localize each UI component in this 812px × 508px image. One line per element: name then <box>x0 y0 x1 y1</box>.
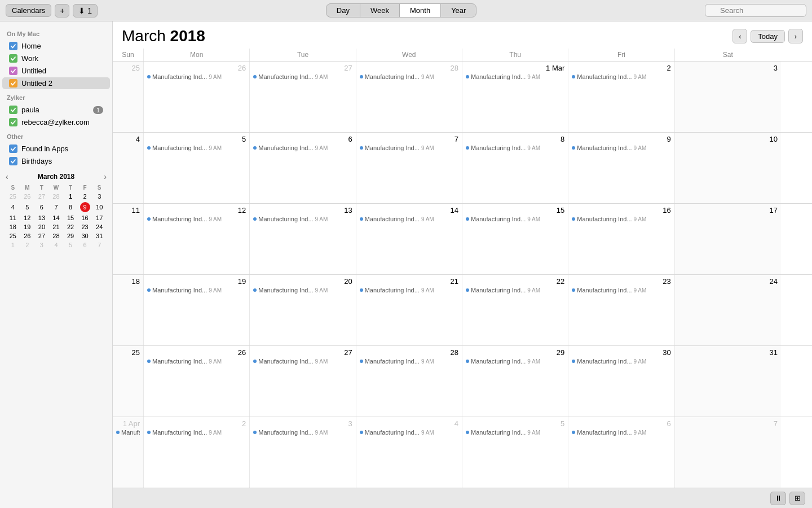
cal-cell-mar14[interactable]: 14Manufacturing Ind...9 AM <box>356 204 462 274</box>
cal-cell-mar13[interactable]: 13Manufacturing Ind...9 AM <box>250 204 356 274</box>
mini-day[interactable]: 27 <box>34 192 49 201</box>
mini-day[interactable]: 26 <box>20 192 35 201</box>
mini-day[interactable]: 28 <box>49 231 64 240</box>
event[interactable]: Manufacturing Ind...9 AM <box>466 287 564 294</box>
mini-day[interactable]: 18 <box>6 222 20 231</box>
cal-cell-apr5[interactable]: 5Manufacturing Ind...9 AM <box>462 417 568 488</box>
mini-day[interactable]: 14 <box>49 213 64 222</box>
mini-cal-next[interactable]: › <box>104 172 107 181</box>
event[interactable]: Manufacturing Ind...9 AM <box>466 73 564 80</box>
mini-day[interactable]: 24 <box>92 222 107 231</box>
cal-cell-mar31[interactable]: 31 <box>675 346 781 417</box>
cal-cell-apr6[interactable]: 6Manufacturing Ind...9 AM <box>568 417 674 488</box>
cal-cell-mar22[interactable]: 22Manufacturing Ind...9 AM <box>462 275 568 345</box>
cal-cell-mar8[interactable]: 8Manufacturing Ind...9 AM <box>462 133 568 203</box>
cal-cell-apr3[interactable]: 3Manufacturing Ind...9 AM <box>250 417 356 488</box>
cal-cell-mar12[interactable]: 12Manufacturing Ind...9 AM <box>144 204 250 274</box>
add-calendar-button[interactable]: + <box>55 4 69 17</box>
cal-cell-mar26[interactable]: 26Manufacturing Ind...9 AM <box>144 346 250 417</box>
cal-cell-mar2[interactable]: 2Manufacturing Ind...9 AM <box>568 62 674 132</box>
mini-day[interactable]: 2 <box>78 192 92 201</box>
mini-day[interactable]: 25 <box>6 231 20 240</box>
event[interactable]: Manufacturing Ind...9 AM <box>572 144 670 151</box>
event[interactable]: Manufacturing Ind...9 AM <box>572 358 670 365</box>
event[interactable]: Manufacturing Ind...9 AM <box>147 429 246 436</box>
mini-day[interactable]: 16 <box>78 213 92 222</box>
sidebar-item-found-apps[interactable]: Found in Apps <box>2 143 110 155</box>
mini-day[interactable]: 31 <box>92 231 107 240</box>
cal-cell-feb26[interactable]: 26Manufacturing Ind...9 AM <box>144 62 250 132</box>
event[interactable]: Manufacturing Ind...9 AM <box>360 144 458 151</box>
day-view-button[interactable]: Day <box>326 4 360 17</box>
cal-cell-apr7[interactable]: 7 <box>675 417 781 488</box>
cal-cell-mar29[interactable]: 29Manufacturing Ind...9 AM <box>462 346 568 417</box>
cal-cell-mar27[interactable]: 27Manufacturing Ind...9 AM <box>250 346 356 417</box>
event[interactable]: Manufacturing Ind...9 AM <box>360 429 458 436</box>
cal-cell-mar18[interactable]: 18 <box>113 275 144 345</box>
event[interactable]: Manufacturing Ind...9 AM <box>147 73 246 80</box>
mini-day[interactable]: 6 <box>34 201 49 213</box>
cal-cell-mar9-today[interactable]: 9Manufacturing Ind...9 AM <box>568 133 674 203</box>
mini-day[interactable]: 26 <box>20 231 35 240</box>
event[interactable]: Manufacturing Ind...9 AM <box>147 144 246 151</box>
mini-day[interactable]: 6 <box>78 240 92 249</box>
mini-day[interactable]: 7 <box>92 240 107 249</box>
event[interactable]: Manufacturing Ind...9 AM <box>253 287 352 294</box>
calendars-button[interactable]: Calendars <box>6 4 51 17</box>
cal-cell-mar28[interactable]: 28Manufacturing Ind...9 AM <box>356 346 462 417</box>
mini-day[interactable]: 3 <box>34 240 49 249</box>
sidebar-item-rebecca[interactable]: rebecca@zylker.com <box>2 116 110 128</box>
sidebar-item-paula[interactable]: paula 1 <box>2 104 110 116</box>
mini-day[interactable]: 10 <box>92 201 107 213</box>
mini-day[interactable]: 3 <box>92 192 107 201</box>
cal-cell-feb25[interactable]: 25 <box>113 62 144 132</box>
mini-day[interactable]: 1 <box>63 192 78 201</box>
week-view-button[interactable]: Week <box>360 4 400 17</box>
event[interactable]: Manufacturing Ind...9 AM <box>253 216 352 222</box>
mini-day[interactable]: 4 <box>6 201 20 213</box>
cal-cell-mar30[interactable]: 30Manufacturing Ind...9 AM <box>568 346 674 417</box>
event[interactable]: Manufacturing Ind...9 AM <box>147 287 246 294</box>
event[interactable]: Manufacturing Ind...9 AM <box>360 287 458 294</box>
cal-cell-mar7[interactable]: 7Manufacturing Ind...9 AM <box>356 133 462 203</box>
mini-day[interactable]: 28 <box>49 192 64 201</box>
sidebar-item-untitled[interactable]: Untitled <box>2 65 110 77</box>
event[interactable]: Manufacturing Ind...9 AM <box>466 358 564 365</box>
mini-day[interactable]: 4 <box>49 240 64 249</box>
event[interactable]: Manufacturing Ind...9 AM <box>253 73 352 80</box>
cal-cell-mar6[interactable]: 6Manufacturing Ind...9 AM <box>250 133 356 203</box>
event[interactable]: Manufacturing Ind...9 AM <box>572 287 670 294</box>
cal-cell-mar20[interactable]: 20Manufacturing Ind...9 AM <box>250 275 356 345</box>
cal-cell-mar3[interactable]: 3 <box>675 62 781 132</box>
event[interactable]: Manufacturing Ind...9 AM <box>116 429 140 436</box>
cal-cell-mar17[interactable]: 17 <box>675 204 781 274</box>
pause-button[interactable]: ⏸ <box>770 492 786 505</box>
cal-cell-feb27[interactable]: 27Manufacturing Ind...9 AM <box>250 62 356 132</box>
mini-day[interactable]: 5 <box>63 240 78 249</box>
layout-button[interactable]: ⊞ <box>789 492 805 505</box>
cal-cell-apr4[interactable]: 4Manufacturing Ind...9 AM <box>356 417 462 488</box>
mini-day[interactable]: 11 <box>6 213 20 222</box>
event[interactable]: Manufacturing Ind...9 AM <box>466 216 564 222</box>
event[interactable]: Manufacturing Ind...9 AM <box>572 73 670 80</box>
cal-cell-mar15[interactable]: 15Manufacturing Ind...9 AM <box>462 204 568 274</box>
mini-day[interactable]: 2 <box>20 240 35 249</box>
year-view-button[interactable]: Year <box>441 4 476 17</box>
sidebar-item-work[interactable]: Work <box>2 52 110 64</box>
today-button[interactable]: Today <box>751 30 785 43</box>
mini-day[interactable]: 25 <box>6 192 20 201</box>
event[interactable]: Manufacturing Ind...9 AM <box>572 216 670 222</box>
mini-day[interactable]: 19 <box>20 222 35 231</box>
event[interactable]: Manufacturing Ind...9 AM <box>360 216 458 222</box>
mini-day[interactable]: 15 <box>63 213 78 222</box>
mini-day[interactable]: 27 <box>34 231 49 240</box>
cal-cell-mar23[interactable]: 23Manufacturing Ind...9 AM <box>568 275 674 345</box>
cal-cell-apr2[interactable]: 2Manufacturing Ind...9 AM <box>144 417 250 488</box>
event[interactable]: Manufacturing Ind...9 AM <box>360 73 458 80</box>
mini-day[interactable]: 7 <box>49 201 64 213</box>
mini-day[interactable]: 22 <box>63 222 78 231</box>
mini-day[interactable]: 12 <box>20 213 35 222</box>
cal-cell-mar5[interactable]: 5Manufacturing Ind...9 AM <box>144 133 250 203</box>
mini-cal-prev[interactable]: ‹ <box>6 172 8 181</box>
cal-cell-mar1[interactable]: 1 MarManufacturing Ind...9 AM <box>462 62 568 132</box>
